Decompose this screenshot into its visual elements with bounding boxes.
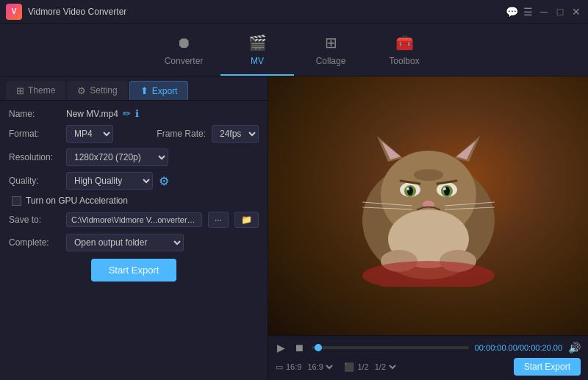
- format-label: Format:: [9, 129, 60, 139]
- quality-row: Quality: High Quality Medium Quality Low…: [9, 172, 259, 190]
- controls-row2: ▭ 16:9 16:9 4:3 1:1 ⬛ 1/2 1/2 1/1 1/4: [276, 358, 581, 376]
- maximize-button[interactable]: □: [554, 6, 566, 18]
- aspect-ratio-select[interactable]: 16:9 4:3 1:1: [304, 362, 335, 372]
- menu-button[interactable]: ☰: [522, 6, 534, 18]
- sub-tabs: ⊞ Theme ⚙ Setting ⬆ Export: [0, 76, 268, 101]
- format-select[interactable]: MP4 MKV AVI MOV WMV: [66, 125, 113, 143]
- video-frame: [268, 76, 588, 335]
- svg-point-13: [406, 187, 409, 190]
- scale-value: 1/2: [357, 362, 368, 371]
- save-path-browse-button[interactable]: ···: [208, 212, 229, 228]
- video-preview: [268, 76, 588, 335]
- setting-icon: ⚙: [77, 85, 86, 96]
- svg-point-6: [414, 169, 443, 181]
- cat-image: [348, 125, 509, 287]
- titlebar: V Vidmore Video Converter 💬 ☰ ─ □ ✕: [0, 0, 588, 24]
- start-export-right-button[interactable]: Start Export: [514, 358, 581, 376]
- tab-mv-label: MV: [251, 56, 264, 66]
- resolution-label: Resolution:: [9, 152, 60, 162]
- tab-mv[interactable]: 🎬 MV: [220, 26, 294, 76]
- converter-icon: ⏺: [176, 35, 191, 51]
- sub-tab-theme-label: Theme: [28, 85, 55, 96]
- framerate-label: Frame Rate:: [157, 129, 206, 139]
- left-panel: ⊞ Theme ⚙ Setting ⬆ Export Name: New MV.…: [0, 76, 268, 380]
- resolution-select[interactable]: 1280x720 (720p) 1920x1080 (1080p) 3840x2…: [66, 148, 168, 166]
- collage-icon: ⊞: [325, 34, 337, 51]
- volume-icon[interactable]: 🔊: [568, 342, 581, 354]
- name-label: Name:: [9, 109, 60, 119]
- framerate-group: Frame Rate: 24fps 25fps 30fps 60fps: [157, 125, 259, 143]
- sub-tab-theme[interactable]: ⊞ Theme: [6, 81, 65, 100]
- aspect-ratio-group: ▭ 16:9 16:9 4:3 1:1 ⬛ 1/2 1/2 1/1 1/4: [276, 362, 398, 372]
- progress-bar[interactable]: [312, 346, 469, 349]
- quality-label: Quality:: [9, 176, 60, 186]
- complete-row: Complete: Open output folder Do nothing …: [9, 234, 259, 251]
- complete-select[interactable]: Open output folder Do nothing Shut down: [66, 234, 184, 251]
- progress-dot: [315, 344, 322, 351]
- gpu-label: Turn on GPU Acceleration: [26, 196, 128, 206]
- sub-tab-setting[interactable]: ⚙ Setting: [67, 81, 127, 100]
- name-value-group: New MV.mp4 ✏ ℹ: [66, 108, 139, 119]
- resolution-row: Resolution: 1280x720 (720p) 1920x1080 (1…: [9, 148, 259, 166]
- tab-toolbox-label: Toolbox: [389, 56, 419, 66]
- save-path-folder-button[interactable]: 📁: [234, 212, 259, 228]
- play-button[interactable]: ▶: [276, 340, 287, 355]
- sub-tab-export-label: Export: [152, 86, 178, 96]
- scale-select[interactable]: 1/2 1/1 1/4: [372, 362, 398, 372]
- tab-collage-label: Collage: [316, 56, 346, 66]
- name-row: Name: New MV.mp4 ✏ ℹ: [9, 108, 259, 119]
- nav-tabs: ⏺ Converter 🎬 MV ⊞ Collage 🧰 Toolbox: [0, 24, 588, 76]
- stop-button[interactable]: ⏹: [293, 340, 306, 355]
- tab-toolbox[interactable]: 🧰 Toolbox: [368, 26, 441, 76]
- edit-name-icon[interactable]: ✏: [123, 108, 131, 119]
- info-icon[interactable]: ℹ: [135, 108, 139, 119]
- tab-converter-label: Converter: [165, 56, 204, 66]
- video-controls: ▶ ⏹ 00:00:00.00/00:00:20.00 🔊 ▭ 16:9 16:…: [268, 335, 588, 380]
- close-button[interactable]: ✕: [570, 6, 582, 18]
- gpu-checkbox[interactable]: [12, 196, 21, 206]
- complete-label: Complete:: [9, 237, 60, 248]
- aspect-ratio-value: 16:9: [286, 362, 301, 371]
- tab-collage[interactable]: ⊞ Collage: [294, 26, 368, 76]
- tab-converter[interactable]: ⏺ Converter: [147, 26, 220, 76]
- window-controls: 💬 ☰ ─ □ ✕: [506, 6, 582, 18]
- name-value: New MV.mp4: [66, 109, 118, 119]
- app-logo: V: [6, 4, 22, 20]
- framerate-select[interactable]: 24fps 25fps 30fps 60fps: [212, 125, 259, 143]
- format-framerate-row: Format: MP4 MKV AVI MOV WMV Frame Rate: …: [9, 125, 259, 143]
- playback-controls: ▶ ⏹ 00:00:00.00/00:00:20.00 🔊: [276, 340, 581, 355]
- quality-select[interactable]: High Quality Medium Quality Low Quality: [66, 172, 153, 190]
- theme-icon: ⊞: [16, 85, 24, 96]
- scale-icon: ⬛: [344, 362, 354, 372]
- settings-area: Name: New MV.mp4 ✏ ℹ Format: MP4 MKV AVI…: [0, 101, 268, 380]
- mv-icon: 🎬: [248, 34, 267, 51]
- sub-tab-setting-label: Setting: [90, 85, 117, 96]
- right-panel: ▶ ⏹ 00:00:00.00/00:00:20.00 🔊 ▭ 16:9 16:…: [268, 76, 588, 380]
- save-to-row: Save to: C:\Vidmore\Vidmore V...onverter…: [9, 212, 259, 228]
- main-content: ⊞ Theme ⚙ Setting ⬆ Export Name: New MV.…: [0, 76, 588, 380]
- minimize-button[interactable]: ─: [538, 6, 550, 18]
- start-export-left-button[interactable]: Start Export: [91, 259, 177, 282]
- toolbox-icon: 🧰: [395, 34, 414, 51]
- app-title: Vidmore Video Converter: [28, 7, 506, 17]
- save-to-label: Save to:: [9, 215, 60, 225]
- quality-settings-button[interactable]: ⚙: [159, 174, 169, 188]
- aspect-ratio-icon: ▭: [276, 362, 283, 372]
- chat-button[interactable]: 💬: [506, 6, 517, 18]
- svg-point-14: [443, 187, 446, 190]
- save-path-display: C:\Vidmore\Vidmore V...onverter\MV Expor…: [66, 212, 202, 227]
- gpu-row: Turn on GPU Acceleration: [9, 196, 259, 206]
- sub-tab-export[interactable]: ⬆ Export: [129, 81, 189, 100]
- export-icon: ⬆: [140, 85, 148, 96]
- time-display: 00:00:00.00/00:00:20.00: [475, 343, 562, 352]
